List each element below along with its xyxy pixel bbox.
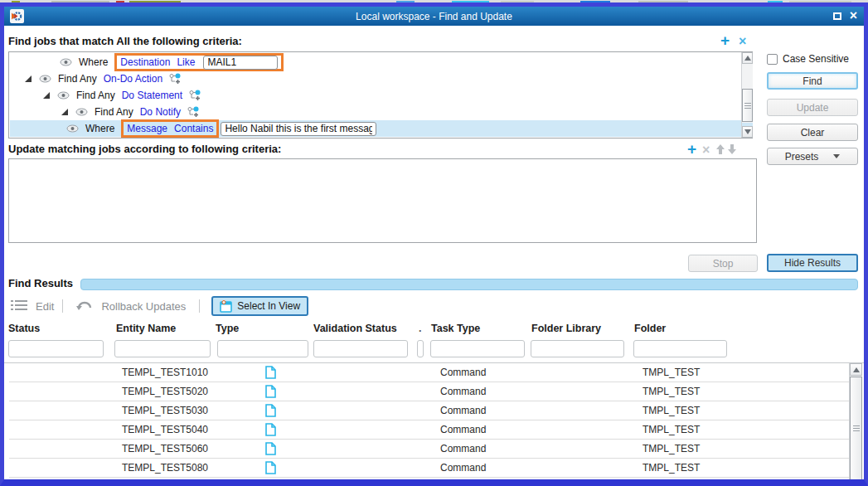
criteria-value-input[interactable] xyxy=(203,56,278,70)
criteria-keyword: Find Any xyxy=(95,106,133,118)
tree-expand-icon[interactable] xyxy=(25,75,32,83)
cell-task-type: Command xyxy=(440,367,486,378)
add-update-criteria-icon[interactable]: + xyxy=(687,143,696,156)
hide-results-label: Hide Results xyxy=(784,257,841,269)
filter-folder-library-input[interactable] xyxy=(531,340,624,357)
move-up-icon[interactable] xyxy=(715,143,725,158)
visibility-eye-icon[interactable] xyxy=(39,75,51,83)
visibility-eye-icon[interactable] xyxy=(66,124,79,133)
highlight-box-message: Message Contains xyxy=(121,119,219,138)
cell-task-type: Command xyxy=(440,462,486,474)
filter-type-input[interactable] xyxy=(217,340,308,357)
column-header-folder[interactable]: Folder xyxy=(634,323,666,334)
criteria-scrollbar[interactable] xyxy=(741,52,753,138)
table-row[interactable]: TEMPL_TEST5040 Command TMPL_TEST xyxy=(9,420,851,440)
table-row[interactable]: TEMPL_TEST5060 Command TMPL_TEST xyxy=(9,440,851,459)
add-branch-icon[interactable] xyxy=(187,106,200,119)
table-row[interactable]: TEMPL_TEST5020 Command TMPL_TEST xyxy=(9,382,851,401)
add-criteria-icon[interactable]: + xyxy=(720,34,730,47)
column-header-status[interactable]: Status xyxy=(8,323,40,334)
visibility-eye-icon[interactable] xyxy=(57,91,70,100)
criteria-group-link[interactable]: Do Statement xyxy=(122,90,182,101)
criteria-row-do-notify[interactable]: Find Any Do Notify xyxy=(10,104,741,120)
cell-task-type: Command xyxy=(440,424,486,435)
delete-criteria-icon[interactable]: × xyxy=(739,35,746,48)
criteria-group-link[interactable]: Do Notify xyxy=(140,106,181,118)
find-results-label: Find Results xyxy=(8,277,73,289)
cell-folder: TMPL_TEST xyxy=(643,424,700,435)
table-row[interactable]: TEMPL_TEST6000 Command TMPL_TEST xyxy=(9,478,851,479)
job-document-icon xyxy=(265,385,276,401)
select-in-view-button[interactable]: Select In View xyxy=(211,296,308,316)
move-down-icon[interactable] xyxy=(727,143,737,158)
filter-hidden-column-input[interactable] xyxy=(417,340,424,357)
cell-task-type: Command xyxy=(440,405,486,416)
cell-folder: TMPL_TEST xyxy=(643,386,700,397)
presets-button[interactable]: Presets xyxy=(767,148,858,165)
column-header-validation-status[interactable]: Validation Status xyxy=(313,323,397,334)
column-header-type[interactable]: Type xyxy=(216,323,239,334)
update-button-label: Update xyxy=(797,102,829,114)
scrollbar-thumb[interactable] xyxy=(742,89,753,122)
hide-results-button[interactable]: Hide Results xyxy=(767,254,858,272)
criteria-keyword: Where xyxy=(85,123,114,134)
criteria-row-on-do-action[interactable]: Find Any On-Do Action xyxy=(10,70,741,87)
cell-folder: TMPL_TEST xyxy=(643,443,700,454)
job-document-icon xyxy=(265,461,276,477)
criteria-value-input[interactable] xyxy=(221,122,376,136)
title-bar[interactable]: Local workspace - Find and Update × xyxy=(4,7,864,26)
scroll-up-icon[interactable] xyxy=(850,363,862,376)
job-document-icon xyxy=(265,404,276,420)
tree-expand-icon[interactable] xyxy=(61,109,69,116)
filter-task-type-input[interactable] xyxy=(430,340,525,357)
tree-expand-icon[interactable] xyxy=(43,92,51,100)
select-in-view-icon xyxy=(220,300,232,313)
criteria-group-link[interactable]: On-Do Action xyxy=(104,73,162,85)
table-row[interactable]: TEMPL_TEST1010 Command TMPL_TEST xyxy=(9,363,851,382)
clear-button[interactable]: Clear xyxy=(767,124,858,141)
filter-folder-input[interactable] xyxy=(633,340,727,357)
criteria-row-message[interactable]: Where Message Contains xyxy=(10,120,741,137)
case-sensitive-option[interactable]: Case Sensitive xyxy=(767,53,849,65)
column-header-folder-library[interactable]: Folder Library xyxy=(531,323,601,334)
results-table: TEMPL_TEST1010 Command TMPL_TEST TEMPL_T… xyxy=(4,362,864,479)
find-button[interactable]: Find xyxy=(767,72,858,90)
case-sensitive-checkbox[interactable] xyxy=(767,54,778,65)
filter-validation-status-input[interactable] xyxy=(313,340,408,357)
cell-task-type: Command xyxy=(440,443,486,454)
find-update-dialog: Local workspace - Find and Update × Find… xyxy=(0,2,868,486)
update-criteria-box[interactable] xyxy=(8,158,757,243)
window-title: Local workspace - Find and Update xyxy=(4,11,864,22)
scroll-down-icon[interactable] xyxy=(742,126,753,138)
results-scrollbar[interactable] xyxy=(849,363,862,479)
filter-entity-name-input[interactable] xyxy=(114,340,211,357)
visibility-eye-icon[interactable] xyxy=(75,108,88,116)
criteria-row-destination[interactable]: Where Destination Like xyxy=(10,54,741,70)
column-header-entity-name[interactable]: Entity Name xyxy=(116,323,176,334)
operator-link[interactable]: Contains xyxy=(174,123,213,134)
add-branch-icon[interactable] xyxy=(189,90,201,102)
table-row[interactable]: TEMPL_TEST5030 Command TMPL_TEST xyxy=(9,401,851,420)
column-header-task-type[interactable]: Task Type xyxy=(431,323,480,334)
field-link[interactable]: Destination xyxy=(120,56,170,68)
add-branch-icon[interactable] xyxy=(169,73,182,85)
table-row[interactable]: TEMPL_TEST5080 Command TMPL_TEST xyxy=(9,459,851,478)
scroll-up-icon[interactable] xyxy=(742,52,753,64)
update-button[interactable]: Update xyxy=(767,99,858,116)
rollback-updates-button[interactable]: Rollback Updates xyxy=(101,300,186,313)
dialog-content: Find jobs that match All the following c… xyxy=(4,26,864,479)
criteria-row-do-statement[interactable]: Find Any Do Statement xyxy=(10,87,741,104)
field-link[interactable]: Message xyxy=(127,123,167,134)
filter-status-input[interactable] xyxy=(8,340,104,357)
cell-entity-name: TEMPL_TEST5030 xyxy=(122,405,208,416)
visibility-eye-icon[interactable] xyxy=(60,58,72,66)
scrollbar-thumb[interactable] xyxy=(850,377,862,479)
close-icon[interactable]: × xyxy=(850,8,857,23)
delete-update-criteria-icon[interactable]: × xyxy=(702,143,710,157)
stop-button[interactable]: Stop xyxy=(688,255,758,272)
edit-button[interactable]: Edit xyxy=(36,300,54,313)
maximize-icon[interactable] xyxy=(833,12,841,20)
update-criteria-header: Update matching jobs according to follow… xyxy=(8,143,281,155)
operator-link[interactable]: Like xyxy=(177,56,195,68)
select-in-view-label: Select In View xyxy=(237,300,300,312)
